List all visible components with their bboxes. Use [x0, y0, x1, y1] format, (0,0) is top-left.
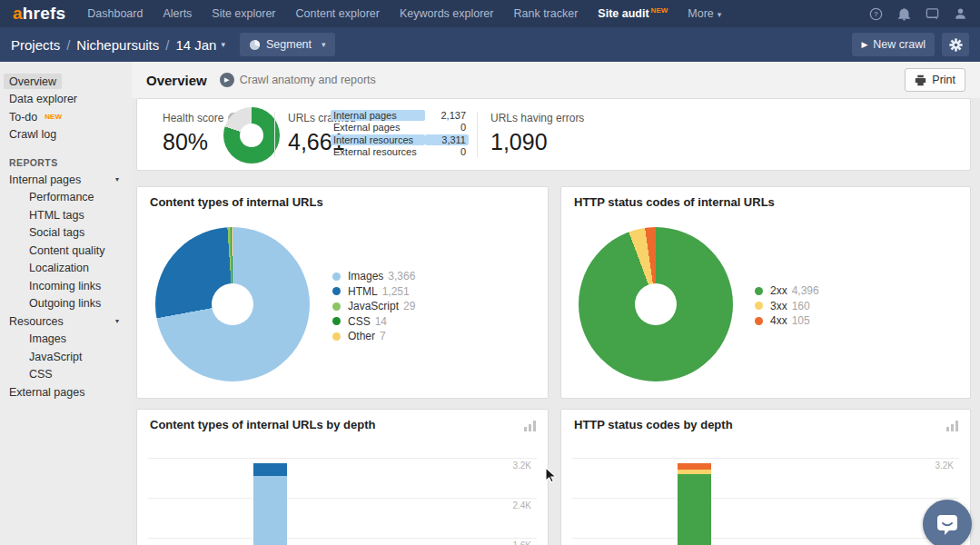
ahrefs-logo[interactable]: ahrefs	[13, 4, 65, 24]
bar-chart-toggle-icon[interactable]	[524, 419, 537, 435]
stacked-bar-depth-1[interactable]	[253, 463, 287, 545]
breakdown-row[interactable]: External pages0	[331, 122, 469, 134]
chevron-down-icon: ▾	[718, 10, 722, 19]
sidebar-item-label: Images	[24, 332, 72, 347]
nav-item-dashboard[interactable]: Dashboard	[87, 7, 143, 20]
chevron-down-icon[interactable]: ▾	[115, 317, 119, 325]
legend-item-3xx[interactable]: 3xx160	[755, 299, 819, 314]
nav-item-content-explorer[interactable]: Content explorer	[296, 7, 380, 20]
sidebar-item-incoming-links[interactable]: Incoming links	[0, 277, 132, 295]
sidebar-item-label: HTML tags	[24, 207, 90, 223]
sidebar-item-data-explorer[interactable]: Data explorer	[0, 91, 132, 109]
legend-item-2xx[interactable]: 2xx4,396	[755, 283, 819, 299]
notifications-bell-icon[interactable]	[896, 6, 911, 21]
legend-value: 4,396	[792, 284, 819, 297]
legend-value: 7	[380, 330, 386, 342]
nav-item-more[interactable]: More▾	[688, 7, 721, 20]
sidebar-item-crawl-log[interactable]: Crawl log	[0, 126, 132, 144]
sidebar-item-performance[interactable]: Performance	[0, 189, 132, 207]
bar-segment-2xx	[678, 474, 711, 545]
sidebar-item-to-do[interactable]: To-doNEW	[0, 108, 132, 126]
legend-item-4xx[interactable]: 4xx105	[755, 313, 819, 329]
nav-item-rank-tracker[interactable]: Rank tracker	[513, 7, 578, 20]
y-axis-label: 3.2K	[512, 461, 531, 471]
sidebar-item-internal-pages[interactable]: Internal pages▾	[0, 171, 132, 189]
legend-dot	[332, 287, 341, 295]
breadcrumb: Projects/Nichepursuits/14 Jan▾	[11, 37, 225, 53]
legend-dot	[755, 317, 763, 325]
sidebar: OverviewData explorerTo-doNEWCrawl logRE…	[0, 62, 132, 545]
nav-item-site-explorer[interactable]: Site explorer	[212, 7, 275, 20]
sidebar-item-label: Overview	[4, 74, 62, 89]
nav-item-alerts[interactable]: Alerts	[163, 7, 192, 20]
legend-label: HTML	[348, 285, 378, 298]
legend-label: 3xx	[770, 300, 787, 312]
breakdown-row[interactable]: Internal pages2,137	[331, 109, 469, 122]
sidebar-item-overview[interactable]: Overview	[0, 73, 132, 91]
new-crawl-button[interactable]: ▶ New crawl	[852, 33, 935, 56]
chevron-down-icon[interactable]: ▾	[221, 40, 225, 49]
breakdown-row[interactable]: External resources0	[331, 146, 469, 159]
legend-value: 105	[792, 314, 810, 327]
bar-chart-toggle-icon[interactable]	[946, 419, 959, 435]
health-donut-hole	[240, 124, 263, 147]
gridline	[148, 498, 537, 499]
sidebar-item-localization[interactable]: Localization	[0, 260, 132, 278]
print-button[interactable]: Print	[905, 68, 965, 92]
legend-item-images[interactable]: Images3,366	[332, 269, 415, 284]
legend-item-html[interactable]: HTML1,251	[332, 284, 415, 300]
sidebar-item-javascript[interactable]: JavaScript	[0, 348, 132, 366]
sidebar-item-social-tags[interactable]: Social tags	[0, 224, 132, 243]
crawl-anatomy-link[interactable]: ▶ Crawl anatomy and reports	[220, 73, 376, 87]
sidebar-item-resources[interactable]: Resources▾	[0, 312, 132, 331]
logo-a: a	[13, 4, 23, 23]
help-icon[interactable]: ?	[868, 6, 883, 21]
breadcrumb-item-14-jan[interactable]: 14 Jan	[175, 37, 216, 53]
segment-button[interactable]: Segment ▾	[240, 33, 335, 56]
account-icon[interactable]	[953, 6, 967, 21]
sidebar-item-label: Outgoing links	[24, 296, 106, 312]
gridline	[572, 498, 959, 499]
page-header: Overview ▶ Crawl anatomy and reports Pri…	[132, 62, 980, 98]
sidebar-item-html-tags[interactable]: HTML tags	[0, 206, 132, 224]
content-types-pie-card: Content types of internal URLs Images3,3…	[136, 186, 549, 399]
status-codes-legend: 2xx4,3963xx1604xx105	[755, 283, 819, 329]
card-title: HTTP status codes of internal URLs	[574, 195, 775, 209]
sidebar-section-header: REPORTS	[0, 154, 132, 171]
legend-item-other[interactable]: Other7	[332, 329, 415, 344]
sidebar-item-label: CSS	[24, 367, 58, 382]
breadcrumb-item-nichepursuits[interactable]: Nichepursuits	[76, 37, 159, 53]
sidebar-item-external-pages[interactable]: External pages	[0, 383, 132, 401]
legend-item-css[interactable]: CSS14	[332, 314, 415, 330]
breakdown-label: Internal pages	[331, 110, 425, 121]
sidebar-item-label: Internal pages	[4, 172, 86, 187]
nav-item-site-audit[interactable]: Site auditNEW	[598, 6, 668, 20]
sidebar-item-css[interactable]: CSS	[0, 366, 132, 384]
settings-gear-button[interactable]	[942, 33, 969, 56]
breadcrumb-separator: /	[165, 37, 169, 53]
legend-value: 1,251	[382, 285, 410, 298]
nav-item-keywords-explorer[interactable]: Keywords explorer	[400, 7, 494, 20]
sidebar-item-content-quality[interactable]: Content quality	[0, 242, 132, 260]
gridline	[148, 458, 537, 459]
stacked-bar-depth-1[interactable]	[678, 463, 711, 545]
donut-hole	[635, 283, 677, 325]
chat-widget-button[interactable]	[923, 500, 972, 545]
legend-item-javascript[interactable]: JavaScript29	[332, 299, 415, 314]
breakdown-row[interactable]: Internal resources3,311	[331, 134, 469, 146]
sidebar-item-label: External pages	[4, 384, 90, 400]
sidebar-item-label: Resources	[4, 313, 69, 329]
legend-value: 3,366	[388, 270, 415, 282]
breadcrumb-item-projects[interactable]: Projects	[11, 37, 60, 53]
y-axis-label: 3.2K	[935, 461, 954, 471]
breakdown-value: 0	[425, 146, 469, 157]
legend-dot	[332, 302, 341, 311]
messages-icon[interactable]	[925, 6, 939, 21]
legend-dot	[755, 287, 763, 295]
sidebar-item-outgoing-links[interactable]: Outgoing links	[0, 295, 132, 313]
sidebar-item-label: Incoming links	[24, 278, 106, 293]
chevron-down-icon[interactable]: ▾	[115, 175, 119, 183]
breakdown-label: External pages	[331, 122, 425, 133]
sidebar-item-images[interactable]: Images	[0, 331, 132, 349]
sidebar-item-label: To-do	[4, 109, 43, 124]
